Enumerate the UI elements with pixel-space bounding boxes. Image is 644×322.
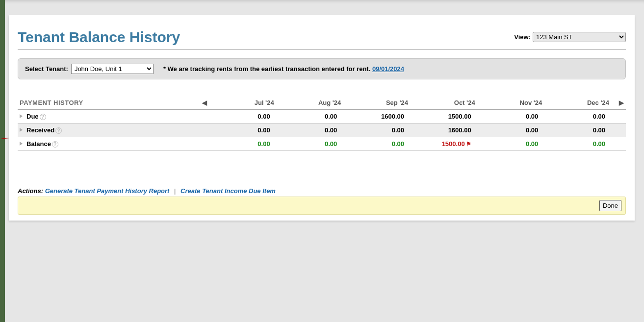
cell-value: 0.00 — [276, 110, 343, 124]
nav-prev[interactable]: ◀ — [194, 96, 209, 110]
col-head: Oct '24 — [410, 96, 477, 110]
generate-report-link[interactable]: Generate Tenant Payment History Report — [45, 187, 170, 195]
cell-value: 0.00 — [544, 110, 611, 124]
row-label-text: Due — [26, 113, 39, 120]
select-tenant-label: Select Tenant: — [25, 65, 68, 73]
col-head: Jul '24 — [209, 96, 276, 110]
help-icon[interactable]: ? — [52, 141, 58, 148]
cell-value: 0.00 — [276, 124, 343, 137]
cell-value: 0.00 — [209, 124, 276, 137]
row-label[interactable]: Received? — [18, 124, 194, 137]
table-row: Due?0.000.001600.001500.000.000.00 — [18, 110, 626, 124]
cell-value: 0.00 — [477, 124, 544, 137]
cell-value: 0.00 — [209, 137, 276, 151]
cell-value: 0.00 — [209, 110, 276, 124]
cell-value: 0.00 — [343, 137, 410, 151]
table-header-label: PAYMENT HISTORY — [18, 96, 194, 110]
cell-value: 0.00 — [477, 137, 544, 151]
page-title: Tenant Balance History — [18, 29, 180, 45]
main-panel: Tenant Balance History View: 123 Main ST… — [9, 15, 635, 221]
cell-value: 0.00 — [544, 124, 611, 137]
payment-history-table: PAYMENT HISTORY ◀ Jul '24 Aug '24 Sep '2… — [18, 96, 626, 151]
view-selector-wrap: View: 123 Main ST — [514, 32, 626, 42]
tracking-date-link[interactable]: 09/01/2024 — [372, 65, 404, 73]
create-due-item-link[interactable]: Create Tenant Income Due Item — [180, 187, 276, 195]
col-head: Aug '24 — [276, 96, 343, 110]
actions-row: Actions: Generate Tenant Payment History… — [18, 187, 626, 195]
cell-value: 0.00 — [477, 110, 544, 124]
cell-value: 1600.00 — [410, 124, 477, 137]
done-button[interactable]: Done — [599, 200, 621, 211]
nav-next[interactable]: ▶ — [611, 96, 626, 110]
cell-value: 1600.00 — [343, 110, 410, 124]
cell-value: 0.00 — [343, 124, 410, 137]
col-head: Dec '24 — [544, 96, 611, 110]
left-edge-strip — [0, 0, 5, 322]
cell-value: 1500.00 — [410, 110, 477, 124]
col-head: Nov '24 — [477, 96, 544, 110]
actions-label: Actions: — [18, 187, 43, 195]
top-shadow — [5, 0, 644, 4]
row-label-text: Received — [26, 126, 54, 134]
table-row: Received?0.000.000.001600.000.000.00 — [18, 124, 626, 137]
row-label[interactable]: Balance? — [18, 137, 194, 151]
flag-icon: ⚑ — [466, 141, 471, 148]
filter-bar: Select Tenant: John Doe, Unit 1 * We are… — [18, 58, 626, 79]
view-select[interactable]: 123 Main ST — [533, 32, 626, 42]
row-label-text: Balance — [26, 140, 51, 148]
expand-caret-icon[interactable] — [20, 128, 23, 132]
col-head: Sep '24 — [343, 96, 410, 110]
help-icon[interactable]: ? — [40, 114, 46, 120]
title-separator — [18, 49, 626, 50]
row-label[interactable]: Due? — [18, 110, 194, 124]
cell-value: 0.00 — [544, 137, 611, 151]
tenant-select[interactable]: John Doe, Unit 1 — [71, 64, 154, 74]
asterisk: * — [163, 65, 168, 73]
cell-value: 1500.00⚑ — [410, 137, 477, 151]
actions-separator: | — [171, 187, 179, 195]
header-row: Tenant Balance History View: 123 Main ST — [18, 15, 626, 45]
table-row: Balance?0.000.000.001500.00⚑0.000.00 — [18, 137, 626, 151]
help-icon[interactable]: ? — [55, 127, 62, 134]
expand-caret-icon[interactable] — [20, 114, 23, 118]
cell-value: 0.00 — [276, 137, 343, 151]
expand-caret-icon[interactable] — [20, 142, 23, 146]
done-bar: Done — [18, 197, 626, 215]
tracking-note: * We are tracking rents from the earlies… — [163, 65, 404, 73]
view-label: View: — [514, 33, 531, 41]
